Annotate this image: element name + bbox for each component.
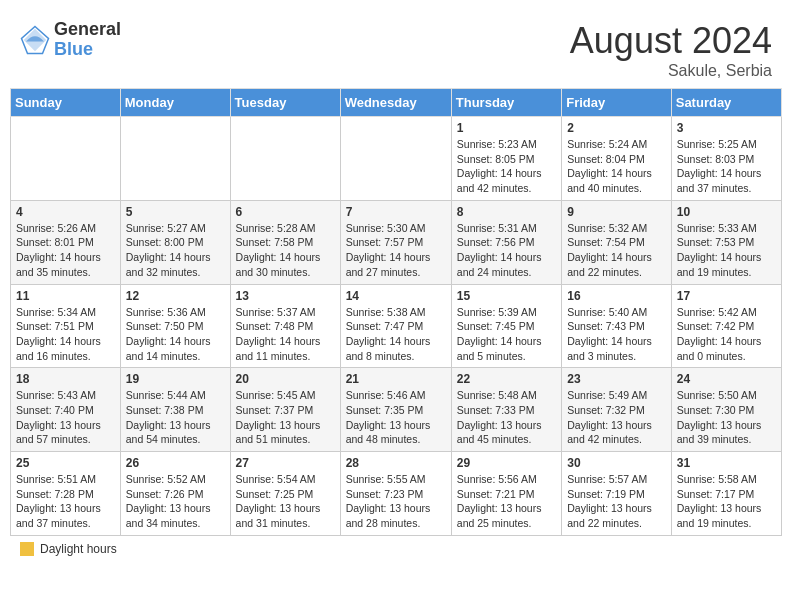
day-number: 15 xyxy=(457,289,556,303)
day-number: 29 xyxy=(457,456,556,470)
day-info: Sunrise: 5:52 AM Sunset: 7:26 PM Dayligh… xyxy=(126,472,225,531)
col-thursday: Thursday xyxy=(451,89,561,117)
day-number: 10 xyxy=(677,205,776,219)
day-info: Sunrise: 5:48 AM Sunset: 7:33 PM Dayligh… xyxy=(457,388,556,447)
calendar-cell: 16Sunrise: 5:40 AM Sunset: 7:43 PM Dayli… xyxy=(562,284,672,368)
calendar-cell xyxy=(11,117,121,201)
day-number: 11 xyxy=(16,289,115,303)
day-number: 22 xyxy=(457,372,556,386)
calendar-cell: 25Sunrise: 5:51 AM Sunset: 7:28 PM Dayli… xyxy=(11,452,121,536)
calendar-cell: 12Sunrise: 5:36 AM Sunset: 7:50 PM Dayli… xyxy=(120,284,230,368)
calendar-cell: 3Sunrise: 5:25 AM Sunset: 8:03 PM Daylig… xyxy=(671,117,781,201)
calendar-header-row: Sunday Monday Tuesday Wednesday Thursday… xyxy=(11,89,782,117)
day-info: Sunrise: 5:43 AM Sunset: 7:40 PM Dayligh… xyxy=(16,388,115,447)
day-info: Sunrise: 5:37 AM Sunset: 7:48 PM Dayligh… xyxy=(236,305,335,364)
calendar-cell: 5Sunrise: 5:27 AM Sunset: 8:00 PM Daylig… xyxy=(120,200,230,284)
day-info: Sunrise: 5:23 AM Sunset: 8:05 PM Dayligh… xyxy=(457,137,556,196)
day-info: Sunrise: 5:36 AM Sunset: 7:50 PM Dayligh… xyxy=(126,305,225,364)
calendar-week-3: 11Sunrise: 5:34 AM Sunset: 7:51 PM Dayli… xyxy=(11,284,782,368)
calendar-cell: 14Sunrise: 5:38 AM Sunset: 7:47 PM Dayli… xyxy=(340,284,451,368)
logo: General Blue xyxy=(20,20,121,60)
col-wednesday: Wednesday xyxy=(340,89,451,117)
logo-icon xyxy=(20,25,50,55)
calendar-week-1: 1Sunrise: 5:23 AM Sunset: 8:05 PM Daylig… xyxy=(11,117,782,201)
col-tuesday: Tuesday xyxy=(230,89,340,117)
calendar-cell: 21Sunrise: 5:46 AM Sunset: 7:35 PM Dayli… xyxy=(340,368,451,452)
day-number: 8 xyxy=(457,205,556,219)
calendar-cell: 10Sunrise: 5:33 AM Sunset: 7:53 PM Dayli… xyxy=(671,200,781,284)
calendar-week-4: 18Sunrise: 5:43 AM Sunset: 7:40 PM Dayli… xyxy=(11,368,782,452)
calendar-cell: 11Sunrise: 5:34 AM Sunset: 7:51 PM Dayli… xyxy=(11,284,121,368)
col-sunday: Sunday xyxy=(11,89,121,117)
calendar-cell: 23Sunrise: 5:49 AM Sunset: 7:32 PM Dayli… xyxy=(562,368,672,452)
day-info: Sunrise: 5:40 AM Sunset: 7:43 PM Dayligh… xyxy=(567,305,666,364)
day-number: 19 xyxy=(126,372,225,386)
day-number: 20 xyxy=(236,372,335,386)
day-number: 24 xyxy=(677,372,776,386)
col-monday: Monday xyxy=(120,89,230,117)
calendar-cell: 19Sunrise: 5:44 AM Sunset: 7:38 PM Dayli… xyxy=(120,368,230,452)
day-info: Sunrise: 5:34 AM Sunset: 7:51 PM Dayligh… xyxy=(16,305,115,364)
month-year: August 2024 xyxy=(570,20,772,62)
day-info: Sunrise: 5:33 AM Sunset: 7:53 PM Dayligh… xyxy=(677,221,776,280)
day-number: 9 xyxy=(567,205,666,219)
day-number: 4 xyxy=(16,205,115,219)
calendar-cell xyxy=(230,117,340,201)
day-info: Sunrise: 5:42 AM Sunset: 7:42 PM Dayligh… xyxy=(677,305,776,364)
day-info: Sunrise: 5:28 AM Sunset: 7:58 PM Dayligh… xyxy=(236,221,335,280)
day-number: 25 xyxy=(16,456,115,470)
calendar-cell: 1Sunrise: 5:23 AM Sunset: 8:05 PM Daylig… xyxy=(451,117,561,201)
day-info: Sunrise: 5:44 AM Sunset: 7:38 PM Dayligh… xyxy=(126,388,225,447)
calendar-cell: 18Sunrise: 5:43 AM Sunset: 7:40 PM Dayli… xyxy=(11,368,121,452)
calendar-cell: 8Sunrise: 5:31 AM Sunset: 7:56 PM Daylig… xyxy=(451,200,561,284)
location: Sakule, Serbia xyxy=(570,62,772,80)
calendar-cell: 7Sunrise: 5:30 AM Sunset: 7:57 PM Daylig… xyxy=(340,200,451,284)
day-info: Sunrise: 5:39 AM Sunset: 7:45 PM Dayligh… xyxy=(457,305,556,364)
day-info: Sunrise: 5:46 AM Sunset: 7:35 PM Dayligh… xyxy=(346,388,446,447)
day-info: Sunrise: 5:51 AM Sunset: 7:28 PM Dayligh… xyxy=(16,472,115,531)
day-number: 3 xyxy=(677,121,776,135)
day-number: 13 xyxy=(236,289,335,303)
day-number: 6 xyxy=(236,205,335,219)
calendar-cell: 27Sunrise: 5:54 AM Sunset: 7:25 PM Dayli… xyxy=(230,452,340,536)
day-info: Sunrise: 5:49 AM Sunset: 7:32 PM Dayligh… xyxy=(567,388,666,447)
calendar-cell: 31Sunrise: 5:58 AM Sunset: 7:17 PM Dayli… xyxy=(671,452,781,536)
calendar-cell: 30Sunrise: 5:57 AM Sunset: 7:19 PM Dayli… xyxy=(562,452,672,536)
calendar-cell: 26Sunrise: 5:52 AM Sunset: 7:26 PM Dayli… xyxy=(120,452,230,536)
day-info: Sunrise: 5:58 AM Sunset: 7:17 PM Dayligh… xyxy=(677,472,776,531)
day-info: Sunrise: 5:32 AM Sunset: 7:54 PM Dayligh… xyxy=(567,221,666,280)
day-info: Sunrise: 5:31 AM Sunset: 7:56 PM Dayligh… xyxy=(457,221,556,280)
header: General Blue August 2024 Sakule, Serbia xyxy=(10,10,782,88)
calendar: Sunday Monday Tuesday Wednesday Thursday… xyxy=(10,88,782,536)
day-number: 16 xyxy=(567,289,666,303)
calendar-cell: 4Sunrise: 5:26 AM Sunset: 8:01 PM Daylig… xyxy=(11,200,121,284)
day-number: 26 xyxy=(126,456,225,470)
calendar-cell: 2Sunrise: 5:24 AM Sunset: 8:04 PM Daylig… xyxy=(562,117,672,201)
day-info: Sunrise: 5:56 AM Sunset: 7:21 PM Dayligh… xyxy=(457,472,556,531)
title-area: August 2024 Sakule, Serbia xyxy=(570,20,772,80)
day-number: 5 xyxy=(126,205,225,219)
calendar-cell: 9Sunrise: 5:32 AM Sunset: 7:54 PM Daylig… xyxy=(562,200,672,284)
day-number: 21 xyxy=(346,372,446,386)
day-info: Sunrise: 5:24 AM Sunset: 8:04 PM Dayligh… xyxy=(567,137,666,196)
calendar-cell: 13Sunrise: 5:37 AM Sunset: 7:48 PM Dayli… xyxy=(230,284,340,368)
day-number: 18 xyxy=(16,372,115,386)
calendar-week-2: 4Sunrise: 5:26 AM Sunset: 8:01 PM Daylig… xyxy=(11,200,782,284)
calendar-cell: 24Sunrise: 5:50 AM Sunset: 7:30 PM Dayli… xyxy=(671,368,781,452)
footer-legend: Daylight hours xyxy=(10,536,782,562)
day-info: Sunrise: 5:38 AM Sunset: 7:47 PM Dayligh… xyxy=(346,305,446,364)
day-number: 28 xyxy=(346,456,446,470)
calendar-cell: 15Sunrise: 5:39 AM Sunset: 7:45 PM Dayli… xyxy=(451,284,561,368)
day-number: 27 xyxy=(236,456,335,470)
calendar-cell: 20Sunrise: 5:45 AM Sunset: 7:37 PM Dayli… xyxy=(230,368,340,452)
calendar-cell: 17Sunrise: 5:42 AM Sunset: 7:42 PM Dayli… xyxy=(671,284,781,368)
day-number: 31 xyxy=(677,456,776,470)
day-number: 14 xyxy=(346,289,446,303)
logo-blue: Blue xyxy=(54,40,121,60)
daylight-legend-box xyxy=(20,542,34,556)
day-number: 7 xyxy=(346,205,446,219)
calendar-cell: 28Sunrise: 5:55 AM Sunset: 7:23 PM Dayli… xyxy=(340,452,451,536)
logo-general: General xyxy=(54,20,121,40)
logo-text: General Blue xyxy=(54,20,121,60)
calendar-cell: 29Sunrise: 5:56 AM Sunset: 7:21 PM Dayli… xyxy=(451,452,561,536)
